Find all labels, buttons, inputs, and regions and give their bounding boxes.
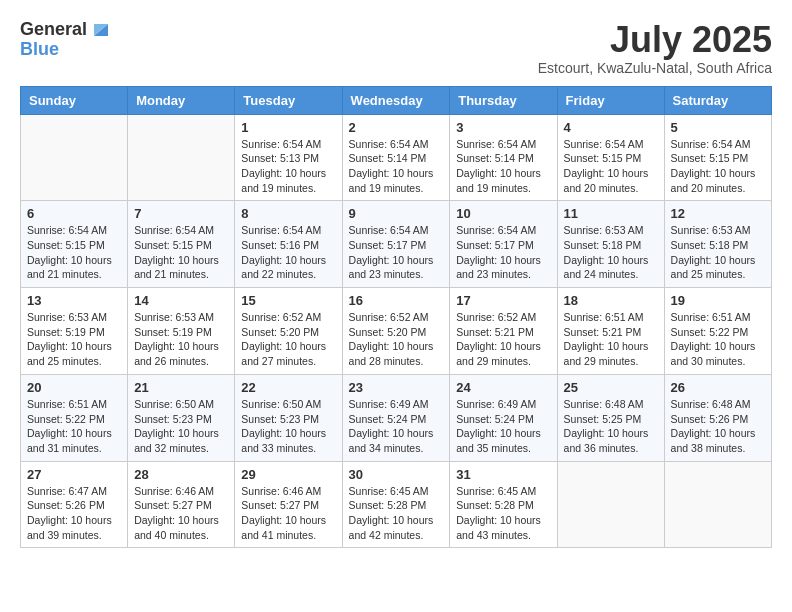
- day-number: 1: [241, 120, 335, 135]
- day-info: Sunrise: 6:52 AM Sunset: 5:20 PM Dayligh…: [241, 310, 335, 369]
- day-info: Sunrise: 6:53 AM Sunset: 5:18 PM Dayligh…: [564, 223, 658, 282]
- calendar-week-5: 27Sunrise: 6:47 AM Sunset: 5:26 PM Dayli…: [21, 461, 772, 548]
- day-number: 11: [564, 206, 658, 221]
- day-info: Sunrise: 6:54 AM Sunset: 5:15 PM Dayligh…: [564, 137, 658, 196]
- calendar-cell: 16Sunrise: 6:52 AM Sunset: 5:20 PM Dayli…: [342, 288, 450, 375]
- calendar-cell: 9Sunrise: 6:54 AM Sunset: 5:17 PM Daylig…: [342, 201, 450, 288]
- calendar-week-3: 13Sunrise: 6:53 AM Sunset: 5:19 PM Dayli…: [21, 288, 772, 375]
- day-info: Sunrise: 6:45 AM Sunset: 5:28 PM Dayligh…: [349, 484, 444, 543]
- day-header-friday: Friday: [557, 86, 664, 114]
- calendar-cell: 19Sunrise: 6:51 AM Sunset: 5:22 PM Dayli…: [664, 288, 771, 375]
- day-number: 7: [134, 206, 228, 221]
- calendar-cell: 1Sunrise: 6:54 AM Sunset: 5:13 PM Daylig…: [235, 114, 342, 201]
- calendar-week-2: 6Sunrise: 6:54 AM Sunset: 5:15 PM Daylig…: [21, 201, 772, 288]
- day-info: Sunrise: 6:51 AM Sunset: 5:21 PM Dayligh…: [564, 310, 658, 369]
- calendar-cell: 18Sunrise: 6:51 AM Sunset: 5:21 PM Dayli…: [557, 288, 664, 375]
- calendar-cell: 4Sunrise: 6:54 AM Sunset: 5:15 PM Daylig…: [557, 114, 664, 201]
- day-number: 8: [241, 206, 335, 221]
- calendar-cell: 17Sunrise: 6:52 AM Sunset: 5:21 PM Dayli…: [450, 288, 557, 375]
- calendar-cell: [664, 461, 771, 548]
- day-number: 4: [564, 120, 658, 135]
- day-info: Sunrise: 6:45 AM Sunset: 5:28 PM Dayligh…: [456, 484, 550, 543]
- day-number: 3: [456, 120, 550, 135]
- day-info: Sunrise: 6:54 AM Sunset: 5:14 PM Dayligh…: [456, 137, 550, 196]
- calendar-cell: 10Sunrise: 6:54 AM Sunset: 5:17 PM Dayli…: [450, 201, 557, 288]
- day-number: 13: [27, 293, 121, 308]
- calendar-cell: 13Sunrise: 6:53 AM Sunset: 5:19 PM Dayli…: [21, 288, 128, 375]
- day-info: Sunrise: 6:49 AM Sunset: 5:24 PM Dayligh…: [349, 397, 444, 456]
- day-number: 16: [349, 293, 444, 308]
- day-number: 31: [456, 467, 550, 482]
- day-header-monday: Monday: [128, 86, 235, 114]
- day-info: Sunrise: 6:54 AM Sunset: 5:15 PM Dayligh…: [134, 223, 228, 282]
- calendar-week-1: 1Sunrise: 6:54 AM Sunset: 5:13 PM Daylig…: [21, 114, 772, 201]
- day-number: 14: [134, 293, 228, 308]
- day-info: Sunrise: 6:49 AM Sunset: 5:24 PM Dayligh…: [456, 397, 550, 456]
- day-number: 23: [349, 380, 444, 395]
- day-info: Sunrise: 6:47 AM Sunset: 5:26 PM Dayligh…: [27, 484, 121, 543]
- day-number: 27: [27, 467, 121, 482]
- calendar-cell: 22Sunrise: 6:50 AM Sunset: 5:23 PM Dayli…: [235, 374, 342, 461]
- day-number: 5: [671, 120, 765, 135]
- calendar-cell: 14Sunrise: 6:53 AM Sunset: 5:19 PM Dayli…: [128, 288, 235, 375]
- day-number: 12: [671, 206, 765, 221]
- day-number: 15: [241, 293, 335, 308]
- day-number: 30: [349, 467, 444, 482]
- day-info: Sunrise: 6:53 AM Sunset: 5:18 PM Dayligh…: [671, 223, 765, 282]
- day-number: 26: [671, 380, 765, 395]
- day-info: Sunrise: 6:51 AM Sunset: 5:22 PM Dayligh…: [27, 397, 121, 456]
- day-info: Sunrise: 6:46 AM Sunset: 5:27 PM Dayligh…: [134, 484, 228, 543]
- calendar-cell: 21Sunrise: 6:50 AM Sunset: 5:23 PM Dayli…: [128, 374, 235, 461]
- day-number: 20: [27, 380, 121, 395]
- calendar-cell: 26Sunrise: 6:48 AM Sunset: 5:26 PM Dayli…: [664, 374, 771, 461]
- calendar-cell: 12Sunrise: 6:53 AM Sunset: 5:18 PM Dayli…: [664, 201, 771, 288]
- day-number: 18: [564, 293, 658, 308]
- calendar-cell: 8Sunrise: 6:54 AM Sunset: 5:16 PM Daylig…: [235, 201, 342, 288]
- location-subtitle: Estcourt, KwaZulu-Natal, South Africa: [538, 60, 772, 76]
- day-header-sunday: Sunday: [21, 86, 128, 114]
- calendar-cell: 11Sunrise: 6:53 AM Sunset: 5:18 PM Dayli…: [557, 201, 664, 288]
- day-info: Sunrise: 6:54 AM Sunset: 5:15 PM Dayligh…: [27, 223, 121, 282]
- day-number: 9: [349, 206, 444, 221]
- day-number: 28: [134, 467, 228, 482]
- day-number: 24: [456, 380, 550, 395]
- day-info: Sunrise: 6:54 AM Sunset: 5:15 PM Dayligh…: [671, 137, 765, 196]
- day-number: 21: [134, 380, 228, 395]
- calendar-header-row: SundayMondayTuesdayWednesdayThursdayFrid…: [21, 86, 772, 114]
- calendar-cell: 5Sunrise: 6:54 AM Sunset: 5:15 PM Daylig…: [664, 114, 771, 201]
- day-info: Sunrise: 6:54 AM Sunset: 5:17 PM Dayligh…: [349, 223, 444, 282]
- calendar-cell: 7Sunrise: 6:54 AM Sunset: 5:15 PM Daylig…: [128, 201, 235, 288]
- day-info: Sunrise: 6:50 AM Sunset: 5:23 PM Dayligh…: [134, 397, 228, 456]
- calendar-cell: 30Sunrise: 6:45 AM Sunset: 5:28 PM Dayli…: [342, 461, 450, 548]
- calendar-cell: 28Sunrise: 6:46 AM Sunset: 5:27 PM Dayli…: [128, 461, 235, 548]
- calendar-week-4: 20Sunrise: 6:51 AM Sunset: 5:22 PM Dayli…: [21, 374, 772, 461]
- day-header-saturday: Saturday: [664, 86, 771, 114]
- day-info: Sunrise: 6:53 AM Sunset: 5:19 PM Dayligh…: [27, 310, 121, 369]
- logo: General Blue: [20, 20, 112, 60]
- calendar-cell: 25Sunrise: 6:48 AM Sunset: 5:25 PM Dayli…: [557, 374, 664, 461]
- logo-general: General: [20, 20, 87, 40]
- day-info: Sunrise: 6:54 AM Sunset: 5:13 PM Dayligh…: [241, 137, 335, 196]
- day-info: Sunrise: 6:54 AM Sunset: 5:16 PM Dayligh…: [241, 223, 335, 282]
- day-header-tuesday: Tuesday: [235, 86, 342, 114]
- calendar-cell: 2Sunrise: 6:54 AM Sunset: 5:14 PM Daylig…: [342, 114, 450, 201]
- day-info: Sunrise: 6:46 AM Sunset: 5:27 PM Dayligh…: [241, 484, 335, 543]
- calendar-cell: 29Sunrise: 6:46 AM Sunset: 5:27 PM Dayli…: [235, 461, 342, 548]
- day-info: Sunrise: 6:48 AM Sunset: 5:25 PM Dayligh…: [564, 397, 658, 456]
- day-info: Sunrise: 6:52 AM Sunset: 5:20 PM Dayligh…: [349, 310, 444, 369]
- day-info: Sunrise: 6:54 AM Sunset: 5:17 PM Dayligh…: [456, 223, 550, 282]
- calendar-cell: [557, 461, 664, 548]
- day-info: Sunrise: 6:50 AM Sunset: 5:23 PM Dayligh…: [241, 397, 335, 456]
- logo-blue: Blue: [20, 40, 112, 60]
- logo-icon: [90, 18, 112, 40]
- calendar-cell: [128, 114, 235, 201]
- calendar-cell: 23Sunrise: 6:49 AM Sunset: 5:24 PM Dayli…: [342, 374, 450, 461]
- calendar-cell: 3Sunrise: 6:54 AM Sunset: 5:14 PM Daylig…: [450, 114, 557, 201]
- day-info: Sunrise: 6:52 AM Sunset: 5:21 PM Dayligh…: [456, 310, 550, 369]
- page-header: General Blue July 2025 Estcourt, KwaZulu…: [20, 20, 772, 76]
- calendar-cell: 20Sunrise: 6:51 AM Sunset: 5:22 PM Dayli…: [21, 374, 128, 461]
- day-number: 17: [456, 293, 550, 308]
- day-number: 2: [349, 120, 444, 135]
- day-info: Sunrise: 6:48 AM Sunset: 5:26 PM Dayligh…: [671, 397, 765, 456]
- calendar-cell: 31Sunrise: 6:45 AM Sunset: 5:28 PM Dayli…: [450, 461, 557, 548]
